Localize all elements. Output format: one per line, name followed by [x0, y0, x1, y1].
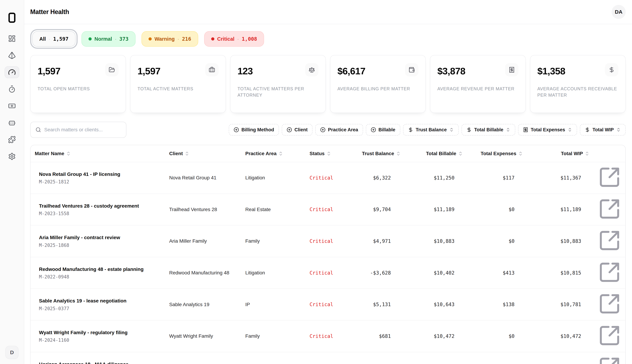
external-link-icon: [598, 356, 621, 364]
status-filter-pill[interactable]: Warning · 216: [141, 31, 198, 47]
stat-card-top: 1,597: [38, 63, 118, 76]
column-header-inner[interactable]: Trust Balance: [362, 151, 401, 156]
stat-value: 123: [238, 66, 253, 76]
matter-name: Wyatt Wright Family - regulatory filing: [39, 330, 158, 336]
external-link-icon: [598, 229, 621, 252]
column-header[interactable]: Total WIP: [527, 145, 594, 162]
open-matter-button[interactable]: [598, 229, 621, 252]
column-header-inner[interactable]: Matter Name: [35, 151, 71, 156]
chevrons-up-down-icon[interactable]: [458, 151, 463, 156]
open-matter-button[interactable]: [598, 324, 621, 347]
status-cell: Critical: [305, 194, 358, 226]
matter-name-cell: Trailhead Ventures 28 - custody agreemen…: [31, 194, 165, 226]
column-header-inner[interactable]: Total Expenses: [481, 151, 523, 156]
sidebar-item[interactable]: [5, 150, 19, 162]
chevrons-up-down-icon[interactable]: [396, 151, 401, 156]
chevrons-up-down-icon[interactable]: [518, 151, 523, 156]
pill-label: Normal: [94, 36, 112, 42]
pill-label: Critical: [217, 36, 234, 42]
sidebar-item[interactable]: [5, 66, 19, 78]
chevrons-up-down-icon[interactable]: [184, 151, 189, 156]
total-wip-cell: $10,472: [527, 320, 594, 352]
filter-chip[interactable]: Total Billable: [462, 124, 515, 136]
receipt-icon: [523, 127, 528, 132]
column-header[interactable]: Trust Balance: [358, 145, 403, 162]
column-header[interactable]: Matter Name: [31, 145, 165, 162]
filter-chip[interactable]: Total Expenses: [518, 124, 577, 136]
open-matter-button[interactable]: [598, 261, 621, 284]
dollar-sign-icon: [408, 127, 413, 132]
filter-chip[interactable]: Billable: [366, 124, 400, 136]
column-header[interactable]: Total Billable: [403, 145, 467, 162]
client-cell: Sable Analytics 19: [165, 288, 241, 320]
chevrons-up-down-icon[interactable]: [585, 151, 589, 156]
matter-name: Horizon Aerospace 18 - M&A diligence: [39, 361, 158, 364]
open-matter-button[interactable]: [598, 166, 621, 189]
sidebar-user-avatar[interactable]: D: [5, 346, 19, 359]
search-input[interactable]: [44, 127, 121, 132]
column-header[interactable]: Status: [305, 145, 358, 162]
chevrons-up-down-icon[interactable]: [326, 151, 331, 156]
matter-id: M-2022-0948: [39, 274, 158, 280]
status-filter-pill[interactable]: Critical · 1,008: [204, 31, 264, 47]
column-header-inner[interactable]: Status: [310, 151, 331, 156]
pill-separator: ·: [237, 36, 239, 42]
sidebar-item[interactable]: [5, 83, 19, 95]
user-avatar[interactable]: DA: [612, 5, 626, 19]
total-billable-cell: $11,250: [403, 162, 467, 194]
filter-chip[interactable]: Billing Method: [229, 124, 279, 136]
total-expenses-cell: $370: [467, 352, 527, 364]
scale-icon: [309, 67, 315, 73]
column-header-label: Status: [310, 151, 325, 156]
content: All · 1,597 Normal · 373 Warning: [24, 24, 632, 364]
total-wip-cell: $10,429: [527, 352, 594, 364]
row-action-cell: [594, 288, 625, 320]
external-link-icon: [598, 198, 621, 220]
filter-chip[interactable]: Trust Balance: [403, 124, 459, 136]
matter-id: M-2025-0377: [39, 306, 158, 311]
stat-card-top: 1,597: [137, 63, 219, 76]
pill-separator: ·: [49, 36, 50, 42]
status-dot-icon: [211, 37, 214, 40]
open-matter-button[interactable]: [598, 356, 621, 364]
chevrons-up-down-icon[interactable]: [278, 151, 283, 156]
total-billable-cell: $10,883: [403, 225, 467, 257]
sidebar-item[interactable]: [5, 50, 19, 61]
column-header[interactable]: Total Expenses: [467, 145, 527, 162]
column-header-inner[interactable]: Total WIP: [561, 151, 589, 156]
column-header[interactable]: Client: [165, 145, 241, 162]
dollar-sign-icon: [608, 67, 615, 73]
row-action-cell: [594, 225, 625, 257]
filter-chip[interactable]: Client: [282, 124, 312, 136]
sidebar-item[interactable]: [5, 134, 19, 146]
open-matter-button[interactable]: [598, 292, 621, 316]
sidebar-nav: [5, 32, 19, 162]
stat-label: TOTAL OPEN MATTERS: [38, 86, 118, 92]
folder-open-icon: [109, 67, 115, 73]
chevrons-up-down-icon[interactable]: [66, 151, 71, 156]
sidebar-item[interactable]: [5, 100, 19, 112]
column-header-inner[interactable]: Total Billable: [426, 151, 463, 156]
filter-chip-label: Client: [294, 127, 308, 132]
sidebar-item[interactable]: [5, 32, 19, 44]
open-matter-button[interactable]: [598, 198, 621, 220]
column-header-inner[interactable]: Practice Area: [245, 151, 283, 156]
column-header[interactable]: [594, 145, 625, 162]
column-header-label: Total Expenses: [481, 151, 516, 156]
total-billable-cell: $10,059: [403, 352, 467, 364]
filter-chip-label: Total WIP: [592, 127, 614, 132]
status-filter-pill[interactable]: Normal · 373: [81, 31, 135, 47]
column-header[interactable]: Practice Area: [241, 145, 305, 162]
sidebar-item[interactable]: [5, 117, 19, 129]
filter-chip[interactable]: Total WIP: [580, 124, 626, 136]
matter-id: M-2024-1160: [39, 338, 158, 343]
status-dot-icon: [148, 37, 152, 40]
total-expenses-cell: $0: [467, 194, 527, 226]
topbar: Matter Health DA: [24, 0, 632, 24]
status-filter-pill[interactable]: All · 1,597: [32, 31, 76, 47]
filter-chip[interactable]: Practice Area: [315, 124, 363, 136]
matter-name: Nova Retail Group 41 - IP licensing: [39, 171, 158, 178]
column-header-inner[interactable]: Client: [169, 151, 190, 156]
app-logo[interactable]: [9, 12, 16, 23]
trust-balance-cell: $681: [358, 320, 403, 352]
